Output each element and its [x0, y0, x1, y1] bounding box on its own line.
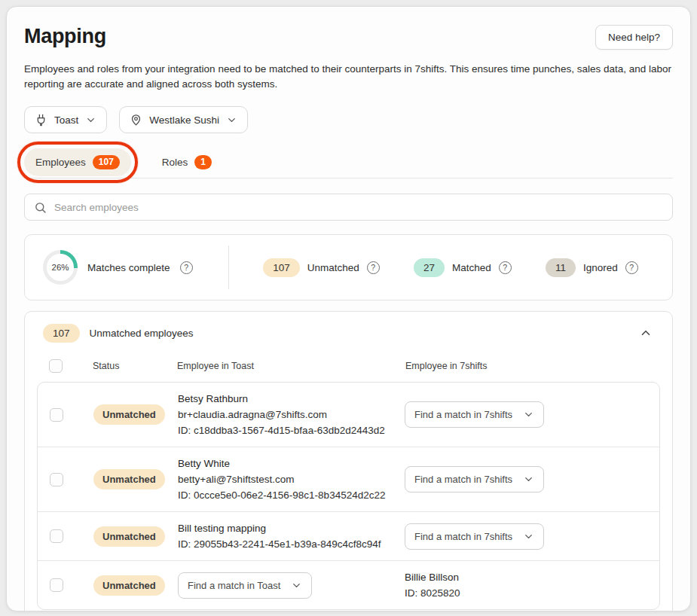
progress-donut: 26% [43, 250, 78, 285]
match-stats-card: 26% Matches complete ? 107 Unmatched ? 2… [24, 234, 673, 300]
plug-icon [35, 114, 47, 127]
tabs: Employees 107 Roles 1 [24, 148, 673, 178]
help-icon[interactable]: ? [499, 261, 512, 274]
search-box [24, 194, 673, 221]
row-checkbox[interactable] [50, 529, 63, 543]
progress-percent: 26% [51, 263, 69, 272]
unmatched-section-header: 107 Unmatched employees [37, 312, 660, 352]
table-row: Unmatched Betty White betty+ali@7shiftst… [38, 447, 659, 511]
row-checkbox[interactable] [50, 578, 63, 592]
help-icon[interactable]: ? [367, 261, 380, 274]
status-badge: Unmatched [93, 526, 165, 547]
chevron-down-icon [523, 531, 534, 542]
status-badge: Unmatched [93, 575, 165, 596]
tab-employees[interactable]: Employees 107 [24, 148, 131, 176]
help-icon[interactable]: ? [625, 261, 638, 274]
need-help-button[interactable]: Need help? [595, 25, 673, 50]
page-description: Employees and roles from your integratio… [24, 62, 673, 92]
ignored-label: Ignored [583, 262, 618, 273]
employee-id: ID: 8025820 [405, 585, 659, 601]
employee-name: Billie Billson [405, 569, 659, 585]
employee-id: ID: c18ddba3-1567-4d15-bfaa-63db2d2443d2 [178, 422, 405, 438]
find-match-toast-dropdown[interactable]: Find a match in Toast [178, 572, 312, 599]
dropdown-label: Find a match in 7shifts [414, 531, 512, 542]
employee-name: Betsy Rathburn [178, 391, 405, 407]
status-badge: Unmatched [93, 404, 165, 425]
unmatched-count-badge: 107 [263, 258, 300, 277]
tab-roles[interactable]: Roles 1 [151, 148, 223, 176]
row-checkbox[interactable] [50, 473, 63, 486]
search-icon [34, 201, 47, 214]
integration-dropdown[interactable]: Toast [24, 106, 107, 133]
chevron-down-icon [523, 474, 534, 485]
location-dropdown-label: Westlake Sushi [149, 114, 219, 126]
dropdown-label: Find a match in 7shifts [414, 409, 512, 420]
tab-employees-count-badge: 107 [93, 155, 120, 169]
employee-rows: Unmatched Betsy Rathburn br+claudia.adra… [37, 382, 660, 610]
table-row: Unmatched Betsy Rathburn br+claudia.adra… [38, 383, 659, 447]
find-match-7shifts-dropdown[interactable]: Find a match in 7shifts [405, 523, 544, 550]
status-badge: Unmatched [93, 469, 165, 489]
chevron-down-icon [85, 114, 96, 126]
matched-count-badge: 27 [414, 258, 445, 277]
unmatched-stat: 107 Unmatched ? [263, 258, 380, 277]
column-status: Status [93, 361, 177, 371]
location-dropdown[interactable]: Westlake Sushi [119, 106, 248, 133]
tab-employees-label: Employees [35, 157, 86, 168]
matches-complete-label: Matches complete [87, 262, 170, 273]
chevron-down-icon [291, 580, 302, 591]
ignored-count-badge: 11 [546, 258, 576, 277]
unmatched-employees-section: 107 Unmatched employees Status Employee … [24, 311, 673, 611]
column-employee-in-7shifts: Employee in 7shifts [405, 361, 660, 371]
search-employees-input[interactable] [54, 202, 663, 213]
employee-id: ID: 0ccce5e0-06e2-4156-98c1-8b34524d2c22 [178, 487, 405, 503]
select-all-checkbox[interactable] [49, 359, 63, 373]
tab-roles-label: Roles [162, 157, 188, 168]
table-row: Unmatched Find a match in Toast Billie B… [38, 560, 659, 609]
matches-complete-stat: 26% Matches complete ? [25, 250, 228, 285]
stats-counts: 107 Unmatched ? 27 Matched ? 11 Ignored … [229, 258, 672, 277]
unmatched-label: Unmatched [307, 262, 359, 273]
find-match-7shifts-dropdown[interactable]: Find a match in 7shifts [405, 466, 544, 492]
location-pin-icon [130, 114, 142, 127]
table-column-headers: Status Employee in Toast Employee in 7sh… [37, 352, 660, 382]
table-row: Unmatched Bill testing mapping ID: 29055… [38, 511, 659, 560]
chevron-up-icon[interactable] [636, 323, 656, 343]
employee-id: ID: 29055b43-2241-45e1-b39a-849c4cf8c94f [178, 536, 405, 552]
page-title: Mapping [24, 25, 106, 48]
employee-email: br+claudia.adragna@7shifts.com [178, 407, 405, 422]
filter-row: Toast Westlake Sushi [24, 106, 673, 133]
matched-label: Matched [452, 262, 491, 273]
column-employee-in-toast: Employee in Toast [177, 361, 405, 371]
section-title: Unmatched employees [90, 328, 626, 339]
tab-roles-count-badge: 1 [194, 155, 212, 169]
help-icon[interactable]: ? [180, 261, 193, 274]
mapping-page: Mapping Need help? Employees and roles f… [6, 6, 691, 611]
ignored-stat: 11 Ignored ? [546, 258, 638, 277]
page-header: Mapping Need help? [24, 25, 673, 50]
integration-dropdown-label: Toast [54, 114, 78, 126]
row-checkbox[interactable] [50, 408, 63, 422]
matched-stat: 27 Matched ? [414, 258, 512, 277]
dropdown-label: Find a match in Toast [188, 580, 280, 591]
chevron-down-icon [226, 114, 237, 126]
find-match-7shifts-dropdown[interactable]: Find a match in 7shifts [405, 401, 544, 428]
employee-name: Betty White [178, 456, 405, 471]
section-count-badge: 107 [43, 324, 80, 343]
employee-name: Bill testing mapping [178, 520, 405, 536]
dropdown-label: Find a match in 7shifts [414, 474, 512, 485]
chevron-down-icon [523, 409, 534, 420]
employee-email: betty+ali@7shiftstest.com [178, 471, 405, 487]
